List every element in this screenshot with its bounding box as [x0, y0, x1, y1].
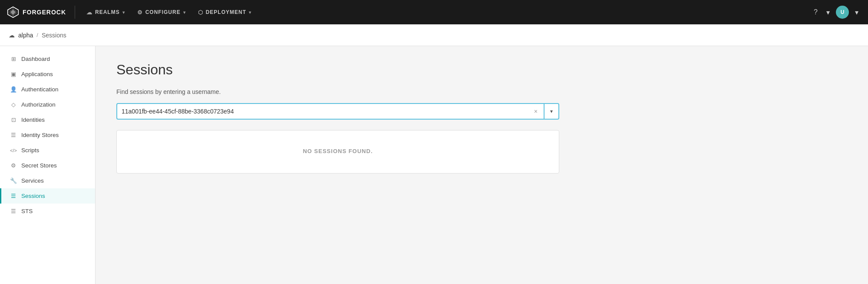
sts-icon: ☰ — [10, 208, 17, 214]
sidebar-label-dashboard: Dashboard — [21, 56, 50, 62]
search-dropdown-icon: ▾ — [550, 108, 553, 114]
breadcrumb-realm-name: alpha — [18, 32, 33, 39]
breadcrumb-bar: ☁ alpha / Sessions — [0, 24, 868, 46]
search-dropdown-button[interactable]: ▾ — [545, 103, 559, 120]
authorization-icon: ◇ — [10, 101, 17, 108]
nav-realms-label: REALMS — [95, 9, 120, 15]
sidebar-label-secret-stores: Secret Stores — [21, 162, 57, 169]
realms-chevron-icon: ▾ — [122, 10, 125, 15]
logo[interactable]: FORGEROCK — [7, 6, 66, 18]
sidebar-item-authorization[interactable]: ◇ Authorization — [0, 97, 95, 112]
search-row: × ▾ — [116, 103, 559, 120]
search-clear-icon[interactable]: × — [532, 108, 539, 115]
sidebar-label-authentication: Authentication — [21, 86, 59, 93]
sidebar-item-scripts[interactable]: </> Scripts — [0, 143, 95, 158]
nav-configure-label: CONFIGURE — [145, 9, 181, 15]
sidebar-item-sts[interactable]: ☰ STS — [0, 204, 95, 219]
topnav-right: ? ▾ U ▾ — [811, 6, 861, 19]
sidebar-item-identity-stores[interactable]: ☰ Identity Stores — [0, 127, 95, 143]
help-icon[interactable]: ? — [811, 6, 820, 19]
secret-stores-icon: ⚙ — [10, 162, 17, 169]
sidebar-label-identities: Identities — [21, 117, 45, 123]
sessions-icon: ☰ — [10, 193, 17, 199]
sidebar-label-scripts: Scripts — [21, 147, 39, 154]
applications-icon: ▣ — [10, 71, 17, 77]
results-area: NO SESSIONS FOUND. — [116, 130, 559, 174]
search-input-wrap: × — [116, 103, 545, 120]
sidebar-item-services[interactable]: 🔧 Services — [0, 173, 95, 188]
deployment-chevron-icon: ▾ — [249, 10, 251, 15]
nav-item-configure[interactable]: ⚙ CONFIGURE ▾ — [131, 7, 192, 18]
avatar[interactable]: U — [836, 6, 849, 19]
main-content: Sessions Find sessions by entering a use… — [96, 46, 868, 189]
sidebar-item-identities[interactable]: ⊡ Identities — [0, 112, 95, 127]
user-chevron-icon[interactable]: ▾ — [852, 6, 861, 19]
sidebar-label-authorization: Authorization — [21, 101, 56, 108]
page-title: Sessions — [116, 62, 847, 78]
sidebar-item-authentication[interactable]: 👤 Authentication — [0, 82, 95, 97]
logo-text: FORGEROCK — [23, 9, 66, 16]
sidebar-item-secret-stores[interactable]: ⚙ Secret Stores — [0, 158, 95, 173]
search-input[interactable] — [122, 108, 532, 115]
gear-nav-icon: ⚙ — [137, 9, 143, 16]
breadcrumb-separator: / — [36, 32, 38, 38]
sidebar-label-services: Services — [21, 177, 44, 184]
nav-item-deployment[interactable]: ⬡ DEPLOYMENT ▾ — [192, 7, 257, 18]
breadcrumb-page: Sessions — [42, 32, 66, 39]
configure-chevron-icon: ▾ — [183, 10, 186, 15]
avatar-initials: U — [841, 9, 845, 15]
sidebar-label-sts: STS — [21, 208, 33, 214]
no-results-message: NO SESSIONS FOUND. — [117, 130, 559, 172]
nav-divider — [75, 6, 75, 19]
sidebar-label-applications: Applications — [21, 71, 53, 77]
nav-deployment-label: DEPLOYMENT — [206, 9, 246, 15]
identities-icon: ⊡ — [10, 117, 17, 123]
services-icon: 🔧 — [10, 177, 17, 184]
scripts-icon: </> — [10, 148, 17, 153]
sidebar-label-sessions: Sessions — [21, 193, 45, 199]
sidebar-item-sessions[interactable]: ☰ Sessions — [0, 188, 95, 204]
page-subtitle: Find sessions by entering a username. — [116, 88, 847, 95]
cloud-nav-icon: ☁ — [86, 9, 92, 16]
authentication-icon: 👤 — [10, 86, 17, 93]
breadcrumb-cloud-icon: ☁ — [9, 32, 15, 39]
sidebar-item-applications[interactable]: ▣ Applications — [0, 67, 95, 82]
topnav: FORGEROCK ☁ REALMS ▾ ⚙ CONFIGURE ▾ ⬡ DEP… — [0, 0, 868, 24]
identity-stores-icon: ☰ — [10, 132, 17, 138]
forgerock-logo-icon — [7, 6, 19, 18]
nav-item-realms[interactable]: ☁ REALMS ▾ — [80, 7, 131, 18]
sidebar: ⊞ Dashboard ▣ Applications 👤 Authenticat… — [0, 46, 96, 284]
breadcrumb-realm: ☁ alpha — [9, 32, 33, 39]
help-chevron-icon[interactable]: ▾ — [824, 6, 832, 19]
sidebar-label-identity-stores: Identity Stores — [21, 132, 59, 138]
sidebar-item-dashboard[interactable]: ⊞ Dashboard — [0, 51, 95, 67]
dashboard-icon: ⊞ — [10, 56, 17, 62]
deployment-nav-icon: ⬡ — [198, 9, 203, 16]
layout: ⊞ Dashboard ▣ Applications 👤 Authenticat… — [0, 46, 868, 189]
